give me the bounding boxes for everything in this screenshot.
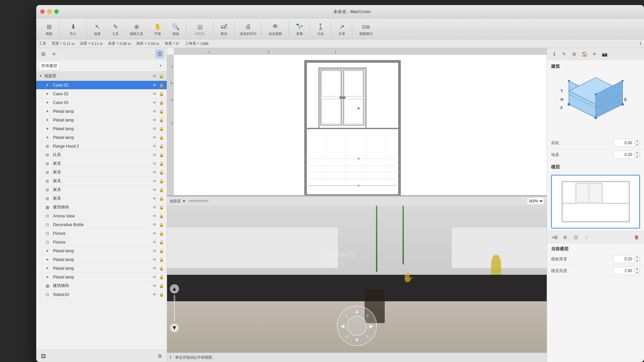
layer-item-4[interactable]: ✦ Pleiad lamp 👁 🔒 <box>36 116 167 124</box>
item-eye-4[interactable]: 👁 <box>152 118 157 122</box>
rp-icon-pencil[interactable]: ✎ <box>560 50 569 58</box>
item-lock-22[interactable]: 🔒 <box>159 275 164 279</box>
view-mode-button[interactable]: ⊟⊞ 视图模式 <box>354 21 378 37</box>
zoom-up-btn[interactable]: ▲ <box>170 284 179 294</box>
item-lock-5[interactable]: 🔒 <box>159 126 164 131</box>
plan-content[interactable]: ⓥ MacV .COM <box>174 55 547 195</box>
nav-up-arrow[interactable]: ▲ <box>353 307 361 315</box>
item-lock-23[interactable]: 🔒 <box>159 283 164 288</box>
layer-item-2[interactable]: ✦ Cane 03 👁 🔒 <box>36 98 167 107</box>
layer-item-18[interactable]: ⊡ Picture 👁 🔒 <box>36 238 167 247</box>
prop-floor-height-down[interactable]: ▼ <box>635 271 640 275</box>
item-eye-2[interactable]: 👁 <box>152 100 157 105</box>
item-eye-24[interactable]: 👁 <box>152 292 157 297</box>
layer-item-1[interactable]: ✦ Cane 03 👁 🔒 <box>36 90 167 98</box>
item-lock-11[interactable]: 🔒 <box>159 179 164 184</box>
prop-elevation-up[interactable]: ▲ <box>635 139 640 143</box>
floor-thumbnail[interactable] <box>551 175 640 228</box>
rp-icon-info[interactable]: ℹ <box>550 50 558 58</box>
layer-item-16[interactable]: ⊡ Decorative Bottle 👁 🔒 <box>36 220 167 229</box>
rp-icon-frame[interactable]: ⊞ <box>570 50 579 58</box>
tool-button[interactable]: ✎ 工具 <box>107 21 124 37</box>
item-lock-13[interactable]: 🔒 <box>159 196 164 201</box>
item-lock-12[interactable]: 🔒 <box>159 188 164 192</box>
item-eye-20[interactable]: 👁 <box>152 257 157 262</box>
item-lock-1[interactable]: 🔒 <box>159 92 164 96</box>
layer-item-21[interactable]: ✦ Pleiad lamp 👁 🔒 <box>36 264 167 273</box>
layer-item-6[interactable]: ✦ Pleiad lamp 👁 🔒 <box>36 133 167 142</box>
layer-item-3[interactable]: ✦ Pleiad lamp 👁 🔒 <box>36 107 167 116</box>
zoom-slider[interactable] <box>173 295 175 322</box>
item-eye-9[interactable]: 👁 <box>152 161 157 166</box>
share-button[interactable]: ↗ 共享 <box>333 21 351 37</box>
nav-left-arrow[interactable]: ◀ <box>338 322 346 330</box>
pan-button[interactable]: ✋ 平移 <box>149 21 166 37</box>
layer-item-15[interactable]: ⊡ Aroma Vase 👁 🔒 <box>36 212 167 220</box>
layer-item-19[interactable]: ✦ Pleiad lamp 👁 🔒 <box>36 247 167 255</box>
rp-icon-camera[interactable]: 📷 <box>600 50 609 58</box>
check-button[interactable]: 🔭 查看 <box>291 21 308 37</box>
item-eye-18[interactable]: 👁 <box>152 240 157 245</box>
layer-item-23[interactable]: ▦ 建筑物块 👁 🔒 <box>36 281 167 290</box>
zoom-button[interactable]: 🔍 缩放 <box>167 21 184 37</box>
group-eye-icon[interactable]: 👁 <box>152 74 157 79</box>
layer-item-22[interactable]: ✦ Pleiad lamp 👁 🔒 <box>36 273 167 281</box>
item-eye-8[interactable]: 👁 <box>152 153 157 157</box>
item-eye-14[interactable]: 👁 <box>152 205 157 210</box>
layer-group-header[interactable]: ▼ 地面层 👁 🔒 <box>36 71 167 81</box>
select-button[interactable]: ↖ 选择 <box>89 21 106 37</box>
close-button[interactable] <box>40 9 45 14</box>
item-lock-15[interactable]: 🔒 <box>159 214 164 218</box>
panel-icon-list[interactable]: ☰ <box>155 50 164 58</box>
item-lock-20[interactable]: 🔒 <box>159 257 164 262</box>
nav-br-arrow[interactable]: ↘ <box>363 332 371 340</box>
item-lock-24[interactable]: 🔒 <box>159 292 164 297</box>
nav-right-arrow[interactable]: ▶ <box>367 322 375 330</box>
item-lock-18[interactable]: 🔒 <box>159 240 164 245</box>
layer-item-9[interactable]: ⊞ 家具 👁 🔒 <box>36 159 167 168</box>
item-lock-3[interactable]: 🔒 <box>159 109 164 114</box>
nav-tl-arrow[interactable]: ↖ <box>343 312 351 320</box>
layer-item-12[interactable]: ⊞ 家具 👁 🔒 <box>36 186 167 194</box>
walk-button[interactable]: 🚶 行走 <box>312 21 329 37</box>
panel-icon-grid[interactable]: ⊞ <box>39 50 48 58</box>
item-eye-1[interactable]: 👁 <box>152 92 157 96</box>
scrollbar-handle[interactable] <box>189 200 209 202</box>
furniture-button[interactable]: 🛋 家具 <box>215 21 233 37</box>
prop-elevation-stepper[interactable]: ▲ ▼ <box>634 139 640 147</box>
nav-tr-arrow[interactable]: ↗ <box>363 312 371 320</box>
prop-elevation-down[interactable]: ▼ <box>635 143 640 147</box>
layer-item-17[interactable]: ⊡ Picture 👁 🔒 <box>36 229 167 238</box>
layer-item-11[interactable]: ⊞ 家具 👁 🔒 <box>36 177 167 186</box>
item-eye-16[interactable]: 👁 <box>152 222 157 227</box>
item-lock-17[interactable]: 🔒 <box>159 231 164 236</box>
maximize-button[interactable] <box>54 9 59 14</box>
nav-bl-arrow[interactable]: ↙ <box>343 332 351 340</box>
layer-item-5[interactable]: ✦ Pleiad lamp 👁 🔒 <box>36 124 167 133</box>
item-eye-19[interactable]: 👁 <box>152 249 157 253</box>
item-lock-19[interactable]: 🔒 <box>159 249 164 253</box>
floor-add-btn[interactable]: +⊞ <box>550 233 559 242</box>
floor-copy-btn[interactable]: ⧉ <box>560 233 570 242</box>
prop-floor-thickness-stepper[interactable]: ▲ ▼ <box>634 255 640 263</box>
import-button[interactable]: ⬇ 导入 <box>61 21 85 37</box>
item-lock-6[interactable]: 🔒 <box>159 135 164 140</box>
item-eye-6[interactable]: 👁 <box>152 135 157 140</box>
print-button[interactable]: 🖨 添加到打印 <box>236 21 260 37</box>
zoom-select[interactable]: 182% 100% 150% 200% <box>527 197 544 205</box>
assist-button[interactable]: ⊕ 辅助工具 <box>125 21 148 37</box>
item-eye-7[interactable]: 👁 <box>152 144 157 149</box>
item-eye-0[interactable]: 👁 <box>152 83 157 88</box>
zoom-down-btn[interactable]: ▼ <box>170 323 179 332</box>
nav-down-arrow[interactable]: ▼ <box>353 336 361 344</box>
layer-item-0[interactable]: ✦ Cane 03 👁 🔒 <box>36 81 167 90</box>
item-eye-11[interactable]: 👁 <box>152 179 157 184</box>
item-lock-4[interactable]: 🔒 <box>159 118 164 122</box>
layer-item-24[interactable]: ⊡ Statue10 👁 🔒 <box>36 290 167 299</box>
wall-button[interactable]: ▦ 墙壁面 <box>188 21 212 37</box>
view-button[interactable]: ⊞ 视图 <box>40 21 58 37</box>
group-lock-icon[interactable]: 🔒 <box>159 74 164 79</box>
item-lock-2[interactable]: 🔒 <box>159 100 164 105</box>
item-eye-13[interactable]: 👁 <box>152 196 157 201</box>
minimize-button[interactable] <box>47 9 52 14</box>
